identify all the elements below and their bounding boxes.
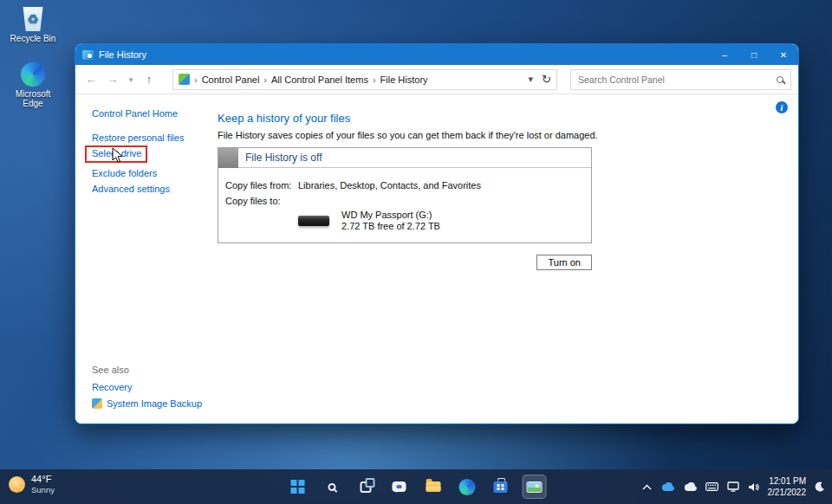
clock-date: 2/21/2022: [768, 487, 807, 498]
breadcrumb-all-control-panel-items[interactable]: All Control Panel Items: [271, 74, 368, 85]
control-panel-icon: [179, 74, 190, 85]
file-explorer-button[interactable]: [421, 475, 445, 499]
copy-from-label: Copy files from:: [225, 180, 298, 191]
desktop-icon-label: Recycle Bin: [5, 34, 61, 43]
sunny-weather-icon: [9, 476, 25, 493]
windows-logo-icon: [291, 480, 297, 486]
edge-icon: [5, 62, 61, 87]
edge-button[interactable]: [455, 475, 479, 499]
screenshot-app-icon: [527, 481, 543, 493]
address-bar[interactable]: › Control Panel › All Control Panel Item…: [172, 69, 557, 90]
see-also-heading: See also: [92, 365, 202, 375]
onedrive-icon[interactable]: [660, 482, 674, 492]
mouse-cursor: [112, 147, 123, 167]
sidebar-item-recovery[interactable]: Recovery: [92, 382, 132, 392]
search-input[interactable]: [578, 74, 777, 85]
search-icon: [328, 483, 335, 491]
forward-icon[interactable]: →: [104, 70, 121, 89]
file-history-status-icon: [218, 148, 238, 168]
file-history-icon: [82, 50, 94, 60]
drive-name: WD My Passport (G:): [341, 210, 440, 221]
breadcrumb-file-history[interactable]: File History: [380, 74, 428, 85]
edge-icon: [458, 479, 475, 495]
close-button[interactable]: ✕: [769, 44, 798, 65]
breadcrumb-separator-icon: ›: [263, 74, 267, 85]
page-title: Keep a history of your files: [218, 112, 784, 125]
titlebar[interactable]: File History – □ ✕: [75, 44, 798, 65]
sidebar-item-advanced-settings[interactable]: Advanced settings: [92, 184, 170, 194]
chat-button[interactable]: [387, 475, 412, 499]
task-view-button[interactable]: [354, 475, 378, 499]
sidebar-item-restore-personal-files[interactable]: Restore personal files: [92, 132, 184, 143]
page-description: File History saves copies of your files …: [218, 130, 784, 140]
task-view-icon: [360, 481, 371, 493]
weather-temperature: 44°F: [31, 474, 55, 485]
desktop: ♻ Recycle Bin Microsoft Edge File Histor…: [0, 0, 832, 504]
breadcrumb-separator-icon: ›: [373, 74, 376, 85]
address-toolbar: ← → ▾ ↑ › Control Panel › All Control Pa…: [75, 65, 798, 94]
clock-time: 12:01 PM: [768, 475, 807, 487]
store-button[interactable]: [489, 475, 513, 499]
sidebar-item-exclude-folders[interactable]: Exclude folders: [92, 168, 157, 178]
help-icon[interactable]: i: [776, 101, 788, 113]
hidden-icons-chevron-icon[interactable]: [642, 484, 652, 490]
sidebar-item-system-image-backup[interactable]: System Image Backup: [107, 398, 202, 409]
external-drive-icon: [298, 216, 329, 226]
taskbar-search-button[interactable]: [320, 475, 344, 499]
turn-on-button[interactable]: Turn on: [536, 255, 592, 270]
file-history-status-box: File History is off Copy files from: Lib…: [218, 147, 592, 243]
weather-condition: Sunny: [31, 485, 55, 495]
copy-from-value: Libraries, Desktop, Contacts, and Favori…: [298, 180, 481, 191]
copy-to-label: Copy files to:: [225, 196, 298, 206]
desktop-icon-label: Microsoft Edge: [5, 89, 61, 108]
desktop-icon-recycle-bin[interactable]: ♻ Recycle Bin: [5, 7, 61, 43]
maximize-button[interactable]: □: [739, 44, 769, 65]
refresh-icon[interactable]: ↻: [542, 73, 551, 86]
search-box: [570, 69, 791, 90]
recycle-bin-icon: ♻: [5, 7, 61, 31]
status-header: File History is off: [218, 148, 591, 168]
touch-keyboard-icon[interactable]: [705, 482, 718, 491]
start-button[interactable]: [286, 475, 310, 499]
main-content: i Keep a history of your files File Hist…: [207, 94, 798, 424]
system-image-backup-icon: [92, 398, 102, 409]
search-icon: [777, 76, 783, 83]
folder-icon: [426, 481, 440, 492]
window-title: File History: [99, 49, 146, 60]
display-cast-icon[interactable]: [727, 481, 739, 492]
minimize-button[interactable]: –: [710, 44, 739, 65]
weather-widget[interactable]: 44°F Sunny: [9, 474, 55, 495]
desktop-icon-microsoft-edge[interactable]: Microsoft Edge: [5, 62, 61, 108]
drive-free-space: 2.72 TB free of 2.72 TB: [341, 221, 440, 232]
up-icon[interactable]: ↑: [140, 70, 158, 89]
chat-icon: [393, 481, 406, 492]
breadcrumb-separator-icon: ›: [194, 74, 198, 85]
system-tray: 12:01 PM 2/21/2022: [642, 469, 826, 504]
taskbar-clock[interactable]: 12:01 PM 2/21/2022: [768, 475, 807, 498]
sidebar-item-control-panel-home[interactable]: Control Panel Home: [92, 108, 178, 119]
status-text: File History is off: [245, 152, 322, 164]
address-dropdown-chevron-icon[interactable]: ▾: [529, 74, 534, 85]
store-icon: [494, 481, 508, 493]
volume-icon[interactable]: [748, 482, 759, 492]
back-icon[interactable]: ←: [82, 70, 100, 89]
file-history-window: File History – □ ✕ ← → ▾ ↑ › Control Pan…: [75, 43, 799, 424]
taskbar-center-icons: [286, 469, 547, 504]
see-also-section: See also Recovery System Image Backup: [92, 365, 202, 415]
taskbar: 44°F Sunny: [0, 469, 832, 504]
window-controls: – □ ✕: [710, 44, 798, 65]
active-app-button[interactable]: [523, 475, 547, 499]
focus-assist-moon-icon[interactable]: [815, 481, 825, 492]
recent-locations-chevron-icon[interactable]: ▾: [126, 70, 136, 89]
cloud-icon[interactable]: [683, 482, 697, 492]
sidebar: Control Panel Home Restore personal file…: [75, 94, 207, 424]
breadcrumb-control-panel[interactable]: Control Panel: [202, 74, 260, 85]
